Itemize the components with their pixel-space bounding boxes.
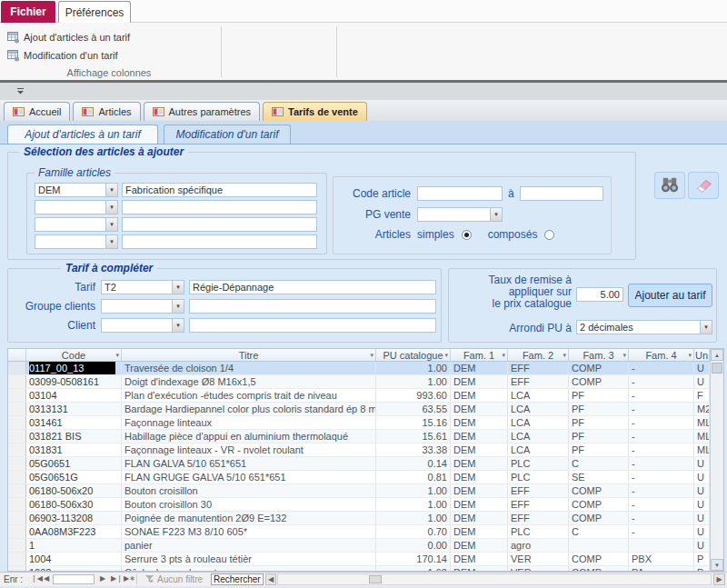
table-cell[interactable]: EFF: [508, 512, 569, 524]
table-cell[interactable]: SE: [569, 471, 629, 483]
row-selector[interactable]: [8, 553, 26, 565]
famille-code-input-4[interactable]: [35, 234, 105, 249]
table-cell[interactable]: FLAN GALVA 5/10 651*651: [122, 457, 376, 470]
table-cell[interactable]: DEM: [451, 457, 508, 470]
table-cell[interactable]: U: [694, 457, 710, 470]
table-row[interactable]: 05G0651GFLAN GRUGE GALVA 5/10 651*6510.8…: [8, 471, 710, 484]
groupe-clients-combo[interactable]: ▾: [101, 299, 184, 314]
table-cell[interactable]: DEM: [451, 389, 508, 402]
scroll-right-icon[interactable]: ▶: [713, 573, 725, 585]
table-cell[interactable]: Serrure 3 pts à rouleau tétièr: [122, 553, 376, 565]
table-row[interactable]: 05G0651FLAN GALVA 5/10 651*6510.14DEMPLC…: [8, 457, 710, 471]
famille-libelle-1[interactable]: [122, 183, 317, 197]
table-cell[interactable]: PBX: [629, 553, 694, 565]
table-cell[interactable]: SONAE F223 M3 8/10 605*: [122, 525, 376, 538]
tab-autres-parametres[interactable]: Autres paramètres: [144, 102, 260, 121]
table-cell[interactable]: COMP: [569, 553, 629, 565]
table-cell[interactable]: -: [629, 443, 694, 456]
table-cell[interactable]: C: [569, 525, 629, 538]
table-cell[interactable]: 1.00: [376, 484, 451, 497]
table-cell[interactable]: LCA: [508, 430, 569, 443]
table-cell[interactable]: 031831: [26, 443, 122, 456]
table-row[interactable]: 031461Façonnage linteaux15.16DEMLCAPF-ML: [8, 416, 710, 430]
column-header-un[interactable]: Un: [694, 349, 710, 361]
table-cell[interactable]: -: [629, 389, 694, 402]
table-row[interactable]: 06180-506x20Bouton croisillon1.00DEMEFFC…: [8, 484, 710, 498]
tarif-code-input[interactable]: [101, 280, 172, 294]
table-cell[interactable]: U: [694, 471, 710, 483]
table-cell[interactable]: C: [569, 457, 629, 470]
table-row[interactable]: 031821 BISHabillage pièce d'appui en alu…: [8, 430, 710, 443]
subtab-modification[interactable]: Modification d'un tarif: [164, 125, 291, 144]
table-cell[interactable]: 06180-506x30: [26, 498, 122, 511]
table-cell[interactable]: Habillage pièce d'appui en aluminium the…: [122, 430, 376, 443]
chevron-down-icon[interactable]: ▾: [172, 299, 184, 314]
table-cell[interactable]: 1.00: [376, 512, 451, 524]
tab-accueil[interactable]: Accueil: [4, 102, 70, 121]
table-cell[interactable]: DEM: [451, 443, 508, 456]
table-cell[interactable]: U: [694, 375, 710, 388]
table-cell[interactable]: 031461: [26, 416, 122, 429]
table-row[interactable]: 03104Plan d'exécution -études compris tr…: [8, 389, 710, 403]
row-selector[interactable]: [8, 443, 26, 456]
client-input[interactable]: [101, 318, 172, 333]
table-cell[interactable]: VER: [508, 566, 569, 571]
table-cell[interactable]: 33.38: [376, 443, 451, 456]
table-cell[interactable]: 0117_00_13: [26, 362, 122, 374]
table-cell[interactable]: DEM: [451, 553, 508, 565]
groupe-clients-input[interactable]: [101, 299, 172, 314]
file-tab[interactable]: Fichier: [1, 1, 55, 23]
table-cell[interactable]: P: [694, 553, 710, 565]
table-cell[interactable]: PF: [569, 416, 629, 429]
sort-dropdown-icon[interactable]: ▾: [370, 352, 373, 359]
table-cell[interactable]: -: [629, 512, 694, 524]
sort-dropdown-icon[interactable]: ▾: [502, 352, 505, 359]
row-selector[interactable]: [8, 525, 26, 538]
row-selector[interactable]: [8, 430, 26, 443]
collapse-ribbon-icon[interactable]: [16, 88, 25, 95]
table-cell[interactable]: Bardage Hardiepannel color plus coloris …: [122, 403, 376, 415]
tab-tarifs-de-vente[interactable]: Tarifs de vente: [263, 102, 367, 121]
famille-combo-4[interactable]: ▾: [35, 234, 118, 249]
table-cell[interactable]: 05G0651G: [26, 471, 122, 483]
scroll-up-icon[interactable]: ▲: [711, 349, 723, 361]
table-cell[interactable]: EFF: [508, 375, 569, 388]
table-cell[interactable]: 1.00: [376, 498, 451, 511]
previous-record-icon[interactable]: ◀: [44, 574, 49, 583]
table-cell[interactable]: DEM: [451, 539, 508, 552]
chevron-down-icon[interactable]: ▾: [700, 320, 712, 334]
row-selector[interactable]: [8, 375, 26, 388]
table-cell[interactable]: VER: [508, 553, 569, 565]
table-cell[interactable]: Façonnage linteaux: [122, 416, 376, 429]
table-row[interactable]: 1004Serrure 3 pts à rouleau tétièr170.14…: [8, 553, 710, 566]
famille-libelle-2[interactable]: [122, 200, 317, 214]
radio-composes[interactable]: [544, 230, 554, 240]
table-cell[interactable]: Façonnage linteaux - VR - nvolet roulant: [122, 443, 376, 456]
taux-remise-input[interactable]: [576, 287, 623, 302]
table-cell[interactable]: DEM: [451, 430, 508, 443]
table-cell[interactable]: -: [629, 362, 694, 374]
table-cell[interactable]: 0.00: [376, 539, 451, 552]
sort-dropdown-icon[interactable]: ▾: [563, 352, 566, 359]
first-record-icon[interactable]: ❘◀: [31, 574, 43, 583]
table-cell[interactable]: Doigt d'indexage Ø8 M16x1,5: [122, 375, 376, 388]
select-all-cell[interactable]: [8, 349, 26, 361]
table-cell[interactable]: [629, 539, 694, 552]
table-cell[interactable]: 06903-113208: [26, 512, 122, 524]
table-cell[interactable]: -: [629, 525, 694, 538]
chevron-down-icon[interactable]: ▾: [105, 183, 118, 197]
table-cell[interactable]: -: [629, 430, 694, 443]
chevron-down-icon[interactable]: ▾: [105, 217, 118, 232]
table-cell[interactable]: Bouton croisillon 30: [122, 498, 376, 511]
row-selector[interactable]: [8, 416, 26, 429]
tab-preferences[interactable]: Préférences: [58, 1, 131, 23]
table-cell[interactable]: PLC: [508, 457, 569, 470]
pg-vente-input[interactable]: [417, 207, 490, 222]
tarif-combo[interactable]: ▾: [101, 280, 184, 294]
table-cell[interactable]: -: [629, 471, 694, 483]
radio-simples[interactable]: [462, 230, 472, 240]
table-cell[interactable]: -: [629, 484, 694, 497]
table-cell[interactable]: 06180-506x20: [26, 484, 122, 497]
ribbon-button-ajout-articles[interactable]: Ajout d'articles à un tarif: [4, 29, 134, 45]
column-header-fam-3[interactable]: Fam. 3▾: [569, 349, 629, 361]
